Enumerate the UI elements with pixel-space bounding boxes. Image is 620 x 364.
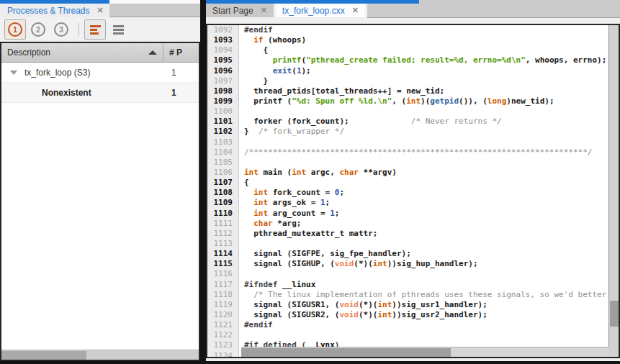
group-level-2-button[interactable]: 2	[27, 19, 49, 40]
code-line[interactable]: 1113	[207, 239, 609, 249]
line-number[interactable]: 1093	[207, 35, 239, 45]
line-number[interactable]: 1094	[207, 45, 239, 55]
code-line[interactable]: 1109 int args_ok = 1;	[207, 198, 609, 208]
code-line[interactable]: 1100	[207, 106, 609, 117]
line-number[interactable]: 1113	[207, 239, 239, 249]
code-line[interactable]: 1106int main (int argc, char **argv)	[207, 168, 609, 178]
code-line[interactable]: 1116	[207, 269, 609, 279]
line-number[interactable]: 1116	[207, 269, 239, 279]
line-number[interactable]: 1122	[207, 330, 239, 340]
expander-triangle-icon[interactable]	[10, 70, 17, 75]
line-number[interactable]: 1117	[207, 280, 239, 290]
line-number[interactable]: 1109	[207, 198, 239, 208]
line-number[interactable]: 1098	[207, 86, 239, 96]
line-content	[239, 239, 244, 249]
line-content: int main (int argc, char **argv)	[239, 168, 397, 178]
tab-processes-threads[interactable]: Processes & Threads ✕	[0, 4, 109, 17]
line-content: }	[239, 76, 268, 86]
line-number[interactable]: 1092	[207, 25, 239, 35]
processes-threads-panel: Processes & Threads ✕ 1 2 3	[0, 0, 200, 361]
line-number[interactable]: 1112	[207, 229, 239, 239]
code-line[interactable]: 1121#endif	[207, 320, 609, 330]
code-line[interactable]: 1095 printf("pthread_create failed; resu…	[207, 55, 609, 65]
left-horizontal-scrollbar-thumb[interactable]	[1, 351, 86, 360]
code-line[interactable]: 1107{	[207, 178, 609, 188]
sort-ascending-icon[interactable]	[148, 50, 157, 55]
left-horizontal-scrollbar[interactable]	[1, 350, 199, 360]
code-line[interactable]: 1105	[207, 158, 609, 168]
line-content: /***************************************…	[239, 147, 592, 158]
close-icon[interactable]: ✕	[352, 6, 359, 15]
line-number[interactable]: 1124	[207, 351, 239, 358]
line-number[interactable]: 1101	[207, 117, 239, 127]
code-line[interactable]: 1108 int fork_count = 0;	[207, 188, 609, 198]
code-line[interactable]: 1103	[207, 137, 609, 147]
line-number[interactable]: 1100	[207, 106, 239, 117]
line-number[interactable]: 1095	[207, 55, 239, 65]
column-header-num-processes[interactable]: # P	[163, 47, 199, 58]
line-number[interactable]: 1110	[207, 209, 239, 219]
line-content: thread_ptids[total_threads++] = new_tid;	[239, 86, 444, 96]
code-line[interactable]: 1092#endif	[207, 25, 609, 35]
line-number[interactable]: 1104	[207, 147, 239, 158]
line-number[interactable]: 1102	[207, 127, 239, 137]
line-number[interactable]: 1118	[207, 290, 239, 300]
active-panel-indicator	[206, 0, 419, 4]
code-line[interactable]: 1115 signal (SIGHUP, (void(*)(int))sig_h…	[207, 259, 609, 269]
line-number[interactable]: 1103	[207, 137, 239, 147]
table-row[interactable]: Nonexistent1	[1, 83, 199, 103]
code-line[interactable]: 1117#ifndef __linux	[207, 280, 609, 290]
editor-horizontal-scrollbar-thumb[interactable]	[241, 348, 451, 357]
tab-tx-fork-loop-cxx[interactable]: tx_fork_loop.cxx✕	[276, 4, 365, 17]
line-number[interactable]: 1097	[207, 76, 239, 86]
line-number[interactable]: 1123	[207, 340, 239, 350]
line-content	[239, 137, 244, 147]
line-number[interactable]: 1111	[207, 219, 239, 229]
line-number[interactable]: 1108	[207, 188, 239, 198]
line-number[interactable]: 1115	[207, 259, 239, 269]
code-line[interactable]: 1097 }	[207, 76, 609, 86]
close-icon[interactable]: ✕	[261, 6, 267, 15]
group-level-1-button[interactable]: 1	[4, 19, 26, 40]
code-line[interactable]: 1118 /* The linux implementation of pthr…	[207, 290, 609, 300]
code-line[interactable]: 1102} /* fork_wrapper */	[207, 127, 609, 137]
code-line[interactable]: 1112 pthread_mutexattr_t mattr;	[207, 229, 609, 239]
code-line[interactable]: 1094 {	[207, 45, 609, 55]
line-content	[239, 106, 244, 117]
line-number[interactable]: 1106	[207, 168, 239, 178]
column-header-description[interactable]: Description	[1, 47, 148, 58]
line-number[interactable]: 1114	[207, 249, 239, 259]
group-level-3-button[interactable]: 3	[50, 19, 72, 40]
line-number[interactable]: 1119	[207, 300, 239, 310]
code-line[interactable]: 1120 signal (SIGUSR2, (void(*)(int))sig_…	[207, 310, 609, 320]
tree-view-button[interactable]	[84, 19, 106, 40]
vertical-scrollbar[interactable]	[608, 25, 619, 357]
code-line[interactable]: 1093 if (whoops)	[207, 35, 609, 45]
code-line[interactable]: 1104/***********************************…	[207, 147, 609, 158]
line-number[interactable]: 1096	[207, 66, 239, 76]
line-number[interactable]: 1107	[207, 178, 239, 188]
line-number[interactable]: 1120	[207, 310, 239, 320]
list-view-button[interactable]	[107, 19, 129, 40]
code-line[interactable]: 1110 int arg_count = 1;	[207, 209, 609, 219]
line-number[interactable]: 1121	[207, 320, 239, 330]
code-line[interactable]: 1099 printf ("%d: Spun off %ld.\n", (int…	[207, 96, 609, 106]
code-line[interactable]: 1101 forker (fork_count); /* Never retur…	[207, 117, 609, 127]
close-icon[interactable]: ✕	[97, 6, 104, 15]
line-number[interactable]: 1099	[207, 96, 239, 106]
editor-horizontal-scrollbar[interactable]	[241, 347, 609, 357]
code-line[interactable]: 1122	[207, 330, 609, 340]
source-code-lines[interactable]: 1092#endif1093 if (whoops)1094 {1095 pri…	[207, 25, 609, 357]
table-row[interactable]: tx_fork_loop (S3)1	[1, 63, 199, 83]
code-line[interactable]: 1098 thread_ptids[total_threads++] = new…	[207, 86, 609, 96]
code-line[interactable]: 1119 signal (SIGUSR1, (void(*)(int))sig_…	[207, 300, 609, 310]
line-content: #endif	[239, 25, 273, 35]
vertical-scrollbar-thumb[interactable]	[610, 301, 619, 327]
circled-2-icon: 2	[31, 22, 45, 37]
tab-start-page[interactable]: Start Page✕	[206, 4, 274, 17]
code-line[interactable]: 1114 signal (SIGFPE, sig_fpe_handler);	[207, 249, 609, 259]
code-line[interactable]: 1096 exit(1);	[207, 66, 609, 76]
code-line[interactable]: 1111 char *arg;	[207, 219, 609, 229]
line-number[interactable]: 1105	[207, 158, 239, 168]
row-description: tx_fork_loop (S3)	[1, 68, 163, 78]
